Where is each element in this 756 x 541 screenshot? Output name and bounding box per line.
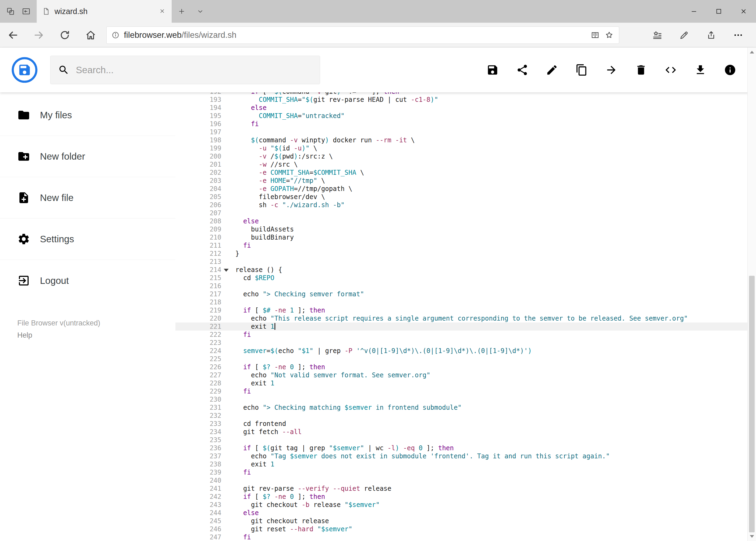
code-line: 205 filebrowser/dev \	[175, 193, 756, 201]
line-number: 242	[175, 493, 221, 501]
rename-button[interactable]	[546, 64, 559, 76]
sidebar-item-new-folder[interactable]: New folder	[0, 136, 175, 177]
filebrowser-logo[interactable]	[11, 57, 38, 83]
code-text: else	[235, 217, 259, 225]
fold-marker	[221, 412, 235, 420]
fold-marker	[221, 258, 235, 266]
info-button[interactable]	[724, 64, 737, 76]
line-number: 196	[175, 120, 221, 128]
fold-marker	[221, 403, 235, 412]
code-line: 221 exit 1	[175, 322, 756, 330]
code-text: }	[235, 250, 239, 258]
code-text: sh -c "./wizard.sh -b"	[235, 201, 345, 209]
line-number: 217	[175, 290, 221, 298]
help-link[interactable]: Help	[17, 331, 175, 339]
close-window-button[interactable]	[731, 0, 756, 23]
line-number: 201	[175, 161, 221, 169]
tab-list-dropdown-button[interactable]	[192, 0, 209, 23]
fold-marker	[221, 436, 235, 444]
fold-marker	[221, 128, 235, 136]
address-bar[interactable]: filebrowser.web/files/wizard.sh	[106, 26, 619, 44]
share-page-button[interactable]	[698, 23, 725, 48]
search-input[interactable]	[76, 65, 312, 75]
line-number: 218	[175, 298, 221, 306]
code-text: buildAssets	[235, 225, 294, 234]
app-body: My filesNew folderNew fileSettingsLogout…	[0, 92, 756, 541]
set-tabs-aside-button[interactable]	[18, 0, 34, 23]
hub-icon	[652, 30, 662, 40]
code-line: 223	[175, 339, 756, 347]
fold-marker	[221, 517, 235, 525]
code-line: 232	[175, 412, 756, 420]
sidebar-item-my-files[interactable]: My files	[0, 95, 175, 136]
share-button[interactable]	[516, 64, 529, 76]
fold-marker	[221, 363, 235, 371]
add-favorite-button[interactable]	[604, 30, 614, 40]
window-controls	[681, 0, 756, 23]
close-icon	[740, 8, 747, 15]
folder-icon	[17, 109, 30, 122]
site-info-icon[interactable]	[112, 31, 120, 39]
sidebar-item-settings[interactable]: Settings	[0, 219, 175, 260]
reading-view-button[interactable]	[590, 30, 600, 40]
move-button[interactable]	[605, 64, 618, 76]
home-button[interactable]	[78, 23, 104, 48]
page-scrollbar[interactable]	[747, 48, 756, 541]
code-line: 236 if [ $(git tag | grep "$semver" | wc…	[175, 444, 756, 452]
fold-marker	[221, 96, 235, 104]
line-number: 210	[175, 234, 221, 242]
pencil-icon	[546, 64, 558, 76]
code-text: -e HOME="//tmp" \	[235, 177, 325, 185]
scroll-down-button[interactable]	[748, 532, 756, 541]
sidebar-item-new-file[interactable]: New file	[0, 177, 175, 219]
code-line: 201 -w //src \	[175, 161, 756, 169]
browser-tab[interactable]: wizard.sh	[37, 0, 172, 23]
code-editor[interactable]: 192 if [ "$(command -v git)" != "" ]; th…	[175, 92, 756, 541]
save-button[interactable]	[486, 64, 499, 76]
delete-button[interactable]	[634, 64, 647, 76]
code-line: 242 if [ $? -ne 0 ]; then	[175, 493, 756, 501]
download-button[interactable]	[694, 64, 707, 76]
hub-favorites-button[interactable]	[644, 23, 671, 48]
sidebar-item-logout[interactable]: Logout	[0, 260, 175, 301]
minimize-button[interactable]	[681, 0, 706, 23]
code-text: fi	[235, 533, 251, 541]
line-number: 199	[175, 144, 221, 152]
fold-marker	[221, 290, 235, 298]
forward-button[interactable]	[26, 23, 52, 48]
save-icon	[486, 64, 499, 76]
fold-marker	[221, 476, 235, 485]
browser-window: wizard.sh filebrowser.web/files/wizard.s…	[0, 0, 756, 541]
source-button[interactable]	[664, 64, 677, 76]
search-bar[interactable]	[50, 56, 320, 84]
code-text: filebrowser/dev \	[235, 193, 325, 201]
web-note-button[interactable]	[671, 23, 698, 48]
fold-marker[interactable]	[221, 266, 235, 274]
code-line: 227 echo "Not valid semver format. See s…	[175, 371, 756, 379]
tab-close-button[interactable]	[158, 7, 166, 15]
new-tab-button[interactable]	[172, 0, 192, 23]
scrollbar-thumb[interactable]	[749, 276, 755, 532]
code-line: 218	[175, 298, 756, 306]
code-line: 222 fi	[175, 330, 756, 339]
refresh-button[interactable]	[52, 23, 78, 48]
pen-icon	[679, 30, 689, 40]
sidebar-item-label: New file	[40, 192, 74, 203]
line-number: 219	[175, 306, 221, 314]
back-button[interactable]	[0, 23, 26, 48]
tabs-youve-set-aside-button[interactable]	[3, 0, 18, 23]
page-favicon-icon	[42, 7, 50, 15]
code-line: 202 -e COMMIT_SHA=$COMMIT_SHA \	[175, 169, 756, 177]
code-text: fi	[235, 387, 251, 395]
copy-button[interactable]	[575, 64, 588, 76]
scroll-up-button[interactable]	[748, 48, 756, 57]
more-options-button[interactable]	[725, 23, 752, 48]
code-line: 241 git rev-parse --verify --quiet relea…	[175, 485, 756, 493]
maximize-button[interactable]	[706, 0, 731, 23]
line-number: 233	[175, 420, 221, 428]
line-number: 208	[175, 217, 221, 225]
code-text: echo "This release script requires a sin…	[235, 314, 688, 322]
code-line: 231 echo "> Checking matching $semver in…	[175, 403, 756, 412]
trash-icon	[635, 64, 647, 76]
file-toolbar	[486, 64, 737, 76]
